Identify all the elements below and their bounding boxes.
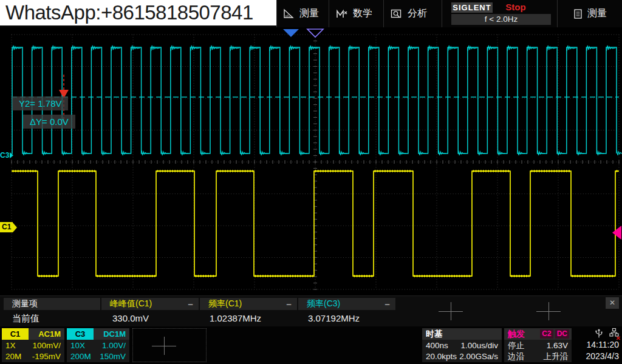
channel-c3-badge: C3 [67, 328, 94, 340]
c3-trace [12, 47, 617, 153]
channel-c1-row: 1X 100mV/ [2, 340, 64, 351]
channel-c1-offset: -195mV [32, 351, 61, 362]
timebase-samplerate: 2.00GSa/s [459, 351, 498, 362]
channel-c3-header: C3 DC1M [67, 328, 129, 340]
timebase-title: 时基 [422, 328, 502, 340]
close-measure-panel-button[interactable]: ✕ [606, 297, 619, 309]
channel-c3-row: 200M 150mV [67, 351, 129, 362]
waveform-display: Y2= 1.78V ΔY= 0.0V C3 C1 [0, 27, 622, 295]
add-channel-button[interactable] [150, 332, 178, 360]
channel-c1-header: C1 AC1M [2, 328, 64, 340]
right-triangle-icon [10, 152, 13, 158]
measure-value-freq-c3: 3.07192MHz [308, 312, 360, 325]
list-icon [573, 8, 583, 19]
run-state-indicator[interactable]: Stop [497, 2, 535, 13]
measure-value-freq-c1: 1.02387MHz [210, 312, 261, 325]
channel-c1-marker-label: C1 [0, 222, 13, 232]
trigger-header: 触发 C2 DC [504, 328, 572, 340]
add-channel-slot[interactable] [132, 328, 207, 362]
measurement-panel: 测量项 峰峰值(C1) − 频率(C1) − 频率(C3) − 当前值 330.… [0, 295, 622, 326]
menu-measure-panel[interactable]: 测量 [573, 0, 607, 27]
measure-col-header: 测量项 [4, 298, 100, 310]
trigger-frequency-readout: f < 2.0Hz [451, 14, 551, 25]
channel-c3-coupling: DC1M [94, 329, 129, 339]
menu-math-label: 数学 [353, 7, 372, 20]
remove-measure-button[interactable]: − [384, 299, 390, 309]
add-measure-button[interactable] [535, 297, 562, 325]
measure-item-label: 峰峰值(C1) [110, 298, 152, 309]
channel-c3-bandwidth: 200M [70, 351, 91, 362]
menu-divider [276, 0, 277, 27]
channel-c3-scale: 1.00V/ [102, 340, 126, 351]
timebase-info-box[interactable]: 时基 400ns 1.00us/div 20.0kpts 2.00GSa/s [422, 328, 502, 362]
measure-value-pkpk-c1: 330.0mV [112, 312, 149, 325]
trigger-status: 停止 [508, 340, 524, 351]
measure-row-header: 当前值 [12, 312, 39, 325]
channel-c3-info-box[interactable]: C3 DC1M 10X 1.00V/ 200M 150mV [67, 328, 129, 362]
channel-c1-badge: C1 [2, 328, 29, 340]
trigger-position-marker[interactable] [307, 29, 323, 37]
remove-measure-button[interactable]: − [286, 299, 292, 309]
trigger-source-badge: C2 [540, 329, 553, 339]
menu-divider [442, 0, 442, 27]
menu-analysis-label: 分析 [408, 7, 427, 20]
channel-c1-info-box[interactable]: C1 AC1M 1X 100mV/ 20M -195mV [2, 328, 64, 362]
timebase-points: 20.0kpts [426, 351, 457, 362]
c3-trace-ringing [13, 46, 622, 155]
channel-c1-position-marker[interactable]: C1 [0, 222, 17, 232]
menu-divider [329, 0, 329, 27]
menu-divider [383, 0, 384, 27]
watermark-text: WhatsApp:+8615818507841 [0, 0, 277, 25]
math-icon [336, 8, 348, 19]
remove-measure-button[interactable]: − [188, 299, 193, 309]
menu-divider [557, 0, 558, 27]
top-menu-bar: WhatsApp:+8615818507841 测量 数学 分析 [0, 0, 622, 27]
trigger-title: 触发 [508, 329, 525, 340]
timebase-row: 20.0kpts 2.00GSa/s [422, 351, 502, 362]
trigger-row: 停止 1.63V [504, 340, 572, 351]
trigger-info-box[interactable]: 触发 C2 DC 停止 1.63V 边沿 上升沿 [504, 328, 572, 362]
clock-time: 14:11:20 [574, 339, 619, 350]
menu-analysis[interactable]: 分析 [391, 0, 427, 27]
measure-item-freq-c1[interactable]: 频率(C1) − [200, 298, 297, 310]
siglent-logo: SIGLENT [451, 2, 493, 13]
menu-measure-panel-label: 测量 [587, 7, 607, 20]
waveform-canvas [0, 27, 622, 295]
channel-c1-row: 20M -195mV [2, 351, 64, 362]
trigger-delay-marker[interactable] [283, 29, 299, 37]
status-icons: ✕ [574, 328, 619, 339]
trigger-row: 边沿 上升沿 [504, 351, 572, 362]
channel-c1-coupling: AC1M [29, 329, 64, 339]
menu-measure[interactable]: 测量 [283, 0, 319, 27]
ruler-icon [283, 8, 295, 19]
analysis-icon [391, 8, 403, 19]
lan-disconnected-icon: ✕ [616, 335, 621, 342]
channel-c3-probe: 10X [70, 340, 85, 351]
bottom-status-bar: C1 AC1M 1X 100mV/ 20M -195mV C3 DC1M 10X… [0, 326, 622, 364]
channel-c3-marker-label: C3 [0, 151, 9, 160]
menu-measure-label: 测量 [299, 7, 319, 20]
measure-item-freq-c3[interactable]: 频率(C3) − [298, 298, 395, 310]
trigger-level: 1.63V [547, 340, 568, 351]
cursor-dy-readout[interactable]: ΔY= 0.0V [23, 115, 75, 129]
add-measure-button[interactable] [437, 297, 465, 325]
channel-c1-scale: 100mV/ [32, 340, 61, 351]
trigger-level-marker[interactable] [612, 226, 621, 240]
measure-item-pkpk-c1[interactable]: 峰峰值(C1) − [101, 298, 199, 310]
timebase-scale: 1.00us/div [460, 340, 498, 351]
channel-c3-offset: 150mV [100, 351, 126, 362]
cursor-y2-readout[interactable]: Y2= 1.78V [12, 96, 68, 110]
measure-col-header-label: 测量项 [12, 298, 38, 309]
measure-item-label: 频率(C1) [208, 298, 242, 309]
trigger-type: 边沿 [508, 351, 524, 362]
axis-ticks [12, 35, 619, 289]
menu-math[interactable]: 数学 [336, 0, 372, 27]
clock-date: 2023/4/3 [574, 350, 619, 362]
timebase-row: 400ns 1.00us/div [422, 340, 502, 351]
timebase-delay: 400ns [426, 340, 448, 351]
right-triangle-icon [13, 223, 17, 232]
trigger-slope: 上升沿 [544, 351, 569, 362]
channel-c3-row: 10X 1.00V/ [67, 340, 129, 351]
channel-c1-probe: 1X [5, 340, 16, 351]
channel-c3-position-marker[interactable]: C3 [0, 150, 13, 160]
